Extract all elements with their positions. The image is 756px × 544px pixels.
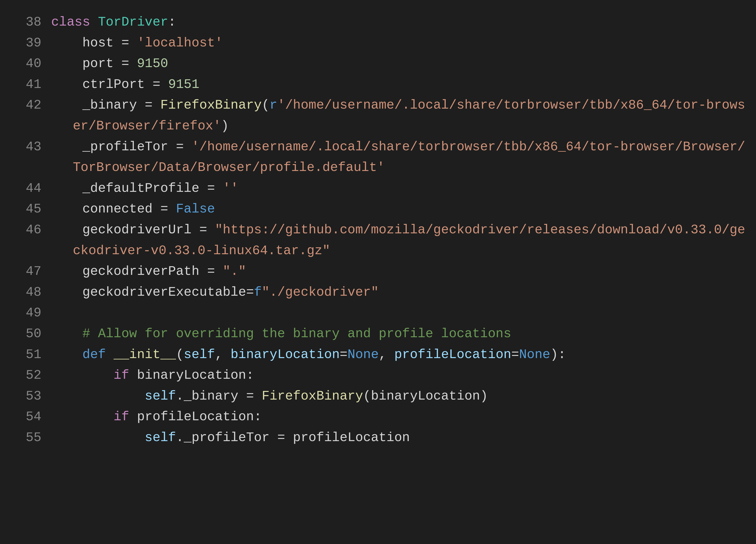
code-token [215, 181, 223, 196]
code-content[interactable]: def __init__(self, binaryLocation=None, … [51, 344, 748, 365]
code-token: . [176, 389, 184, 403]
line-number: 53 [8, 386, 51, 407]
code-token: def [82, 347, 113, 362]
code-content[interactable]: geckodriverExecutable=f"./geckodriver" [51, 282, 748, 303]
code-token: = [207, 264, 215, 279]
code-content[interactable]: host = 'localhost' [51, 33, 748, 54]
code-token: = [246, 389, 254, 403]
line-number: 45 [8, 199, 51, 220]
code-content[interactable]: port = 9150 [51, 53, 748, 74]
code-token: None [519, 347, 550, 362]
code-token [51, 430, 145, 445]
code-editor[interactable]: 38class TorDriver:39 host = 'localhost'4… [0, 0, 756, 544]
code-token: geckodriverExecutable [51, 285, 246, 299]
code-token: : [246, 368, 254, 383]
code-content[interactable]: connected = False [51, 199, 748, 220]
code-token: host [51, 36, 121, 50]
code-content[interactable]: _profileTor = '/home/username/.local/sha… [51, 137, 748, 178]
code-content[interactable]: self._binary = FirefoxBinary(binaryLocat… [51, 386, 748, 407]
code-token [129, 56, 137, 71]
code-content[interactable]: self._profileTor = profileLocation [51, 427, 748, 448]
code-line[interactable]: 45 connected = False [8, 199, 748, 220]
code-token: : [254, 409, 262, 424]
code-line[interactable]: 38class TorDriver: [8, 12, 748, 33]
code-content[interactable]: _binary = FirefoxBinary(r'/home/username… [51, 95, 748, 136]
code-token [51, 368, 114, 383]
code-token: class [51, 15, 98, 30]
code-token [254, 389, 262, 403]
code-token [51, 347, 82, 362]
code-token: if [114, 368, 129, 383]
line-number: 42 [8, 95, 51, 116]
code-content[interactable]: ctrlPort = 9151 [51, 74, 748, 95]
code-token [129, 36, 137, 50]
code-line[interactable]: 55 self._profileTor = profileLocation [8, 427, 748, 448]
code-token: , [215, 347, 231, 362]
code-token [215, 264, 223, 279]
code-token [207, 223, 215, 237]
code-token [153, 98, 160, 113]
code-token: __init__ [114, 347, 176, 362]
line-number: 49 [8, 302, 51, 323]
code-token: profileLocation [285, 430, 410, 445]
code-line[interactable]: 49 [8, 302, 748, 323]
code-token: = [199, 223, 207, 237]
code-content[interactable]: geckodriverUrl = "https://github.com/moz… [51, 220, 748, 261]
code-line[interactable]: 54 if profileLocation: [8, 406, 748, 427]
code-token: . [176, 430, 184, 445]
code-token: binaryLocation [231, 347, 340, 362]
code-token: ) [480, 389, 488, 403]
code-token: FirefoxBinary [262, 389, 363, 403]
code-token: binaryLocation [129, 368, 246, 383]
code-token: # Allow for overriding the binary and pr… [82, 326, 511, 341]
code-content[interactable]: if binaryLocation: [51, 365, 748, 386]
code-token: geckodriverPath [51, 264, 207, 279]
code-token: if [114, 409, 129, 424]
code-content[interactable]: class TorDriver: [51, 12, 748, 33]
code-token: _defaultProfile [51, 181, 207, 196]
line-number: 46 [8, 220, 51, 241]
code-line[interactable]: 43 _profileTor = '/home/username/.local/… [8, 137, 748, 178]
line-number: 51 [8, 344, 51, 365]
code-token: profileLocation [394, 347, 511, 362]
line-number: 40 [8, 53, 51, 74]
code-token: = [176, 140, 184, 154]
code-token: port [51, 56, 121, 71]
code-token: connected [51, 202, 160, 217]
code-line[interactable]: 40 port = 9150 [8, 53, 748, 74]
code-line[interactable]: 50 # Allow for overriding the binary and… [8, 323, 748, 344]
code-line[interactable]: 53 self._binary = FirefoxBinary(binaryLo… [8, 386, 748, 407]
code-token: = [145, 98, 153, 113]
code-line[interactable]: 48 geckodriverExecutable=f"./geckodriver… [8, 282, 748, 303]
code-content[interactable]: geckodriverPath = "." [51, 261, 748, 282]
code-token: _profileTor [51, 140, 176, 154]
code-token [160, 77, 168, 92]
code-content[interactable]: # Allow for overriding the binary and pr… [51, 323, 748, 344]
code-token: ( [176, 347, 184, 362]
code-token: : [168, 15, 176, 30]
code-token: '' [223, 181, 238, 196]
code-line[interactable]: 42 _binary = FirefoxBinary(r'/home/usern… [8, 95, 748, 136]
code-token [51, 389, 145, 403]
code-line[interactable]: 41 ctrlPort = 9151 [8, 74, 748, 95]
code-line[interactable]: 47 geckodriverPath = "." [8, 261, 748, 282]
code-token: ( [363, 389, 371, 403]
code-line[interactable]: 44 _defaultProfile = '' [8, 178, 748, 199]
code-line[interactable]: 52 if binaryLocation: [8, 365, 748, 386]
code-line[interactable]: 39 host = 'localhost' [8, 33, 748, 54]
line-number: 39 [8, 33, 51, 54]
code-line[interactable]: 46 geckodriverUrl = "https://github.com/… [8, 220, 748, 261]
code-token: = [160, 202, 168, 217]
code-token: = [121, 36, 129, 50]
code-token: ctrlPort [51, 77, 153, 92]
code-content[interactable]: if profileLocation: [51, 406, 748, 427]
code-line[interactable]: 51 def __init__(self, binaryLocation=Non… [8, 344, 748, 365]
code-token: _binary [184, 389, 246, 403]
code-token: binaryLocation [371, 389, 480, 403]
code-content[interactable]: _defaultProfile = '' [51, 178, 748, 199]
code-token: self [184, 347, 215, 362]
code-token [184, 140, 192, 154]
code-token: self [145, 389, 176, 403]
code-token: = [246, 285, 254, 299]
line-number: 55 [8, 427, 51, 448]
